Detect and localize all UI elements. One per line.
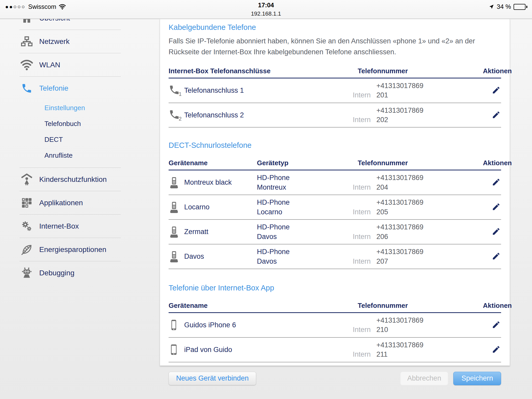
cancel-button[interactable]: Abbrechen xyxy=(400,372,448,385)
app-table-header: Gerätename Telefonnummer Aktionen xyxy=(169,302,501,313)
device-name: Zermatt xyxy=(183,228,257,236)
sidebar-item-internet-box[interactable]: Internet-Box xyxy=(19,215,121,238)
sidebar-item-einstellungen[interactable]: Einstellungen xyxy=(44,100,121,116)
sidebar-item-telefonie[interactable]: Telefonie xyxy=(19,77,121,100)
column-header-telefonnummer: Telefonnummer xyxy=(337,159,483,167)
gears-icon xyxy=(19,220,34,232)
wired-table-header: Internet-Box Telefonanschlüsse Telefonnu… xyxy=(169,67,501,78)
column-header-aktionen: Aktionen xyxy=(483,67,501,75)
network-icon xyxy=(19,36,34,48)
handset-1-icon: 1 xyxy=(169,84,183,97)
device-type: HD-Phone Montreux xyxy=(257,173,309,192)
tablet-icon xyxy=(169,344,183,356)
apps-grid-icon xyxy=(19,197,34,209)
table-row: iPad von Guido +41313017869 Intern 211 xyxy=(169,338,501,362)
connect-new-device-button[interactable]: Neues Gerät verbinden xyxy=(169,372,256,385)
edit-button[interactable] xyxy=(491,110,501,121)
table-row: Montreux black HD-Phone Montreux +413130… xyxy=(169,170,501,195)
battery-nub xyxy=(526,6,527,8)
save-button[interactable]: Speichern xyxy=(453,372,501,385)
phone-number-cell: +41313017869 Intern 207 xyxy=(337,247,483,266)
device-type: HD-Phone Davos xyxy=(257,247,309,266)
device-name: Davos xyxy=(183,252,257,261)
section-title-wired: Kabelgebundene Telefone xyxy=(169,23,501,32)
device-type: HD-Phone Davos xyxy=(257,222,309,241)
edit-button[interactable] xyxy=(491,251,501,262)
edit-button[interactable] xyxy=(491,202,501,212)
column-header-geraetename: Gerätename xyxy=(169,159,257,167)
device-type: HD-Phone Locarno xyxy=(257,198,309,217)
child-protection-icon xyxy=(19,173,34,186)
dect-phone-icon xyxy=(169,201,183,213)
url-label: 192.168.1.1 xyxy=(0,10,532,17)
clock: 17:04 xyxy=(0,2,532,9)
phone-number-cell: +41313017869 Intern 206 xyxy=(337,222,483,241)
table-row: 2 Telefonanschluss 2 +41313017869 Intern… xyxy=(169,103,501,128)
handset-2-icon: 2 xyxy=(169,109,183,121)
table-row: Guidos iPhone 6 +41313017869 Intern 210 xyxy=(169,313,501,338)
sidebar-item-dect[interactable]: DECT xyxy=(44,132,121,148)
edit-button[interactable] xyxy=(491,227,501,237)
dect-phone-icon xyxy=(169,177,183,189)
edit-button[interactable] xyxy=(491,344,501,355)
dect-phone-icon xyxy=(169,226,183,238)
phone-number-cell: +41313017869 Intern 201 xyxy=(337,81,483,100)
table-row: 1 Telefonanschluss 1 +41313017869 Intern… xyxy=(169,78,501,103)
sidebar-item-anrufliste[interactable]: Anrufliste xyxy=(44,148,121,163)
sidebar-item-debugging[interactable]: Debugging xyxy=(19,261,121,285)
edit-button[interactable] xyxy=(491,85,501,96)
section-title-dect: DECT-Schnurlostelefone xyxy=(169,141,501,150)
sidebar-item-netzwerk[interactable]: Netzwerk xyxy=(19,30,121,53)
column-header-telefonnummer: Telefonnummer xyxy=(337,67,483,75)
location-arrow-icon xyxy=(489,4,494,9)
section-title-app: Telefonie über Internet-Box App xyxy=(169,284,501,292)
column-header-aktionen: Aktionen xyxy=(483,159,501,167)
battery-percent: 34 % xyxy=(497,3,511,10)
robot-icon xyxy=(19,267,34,279)
sidebar-item-energiesparoptionen[interactable]: Energiesparoptionen xyxy=(19,238,121,261)
edit-button[interactable] xyxy=(491,320,501,330)
phone-number-cell: +41313017869 Intern 210 xyxy=(337,316,483,335)
device-name: Locarno xyxy=(183,203,257,211)
table-row: Locarno HD-Phone Locarno +41313017869 In… xyxy=(169,195,501,220)
column-header-aktionen: Aktionen xyxy=(483,302,501,310)
phone-number-cell: +41313017869 Intern 202 xyxy=(337,106,483,125)
table-row: Davos HD-Phone Davos +41313017869 Intern… xyxy=(169,244,501,269)
sidebar-item-applikationen[interactable]: Applikationen xyxy=(19,191,121,215)
dect-phone-icon xyxy=(169,251,183,263)
column-header-anschluesse: Internet-Box Telefonanschlüsse xyxy=(169,67,337,75)
sidebar-group-telefonie: Telefonie Einstellungen Telefonbuch DECT… xyxy=(19,77,121,168)
leaf-icon xyxy=(19,244,34,256)
device-name: Telefonanschluss 2 xyxy=(183,111,337,119)
sidebar-item-wlan[interactable]: WLAN xyxy=(19,53,121,77)
wifi-icon xyxy=(19,59,34,71)
edit-button[interactable] xyxy=(491,177,501,188)
status-bar: ●●○○○ Swisscom 17:04 192.168.1.1 34 % xyxy=(0,0,532,19)
phone-number-cell: +41313017869 Intern 204 xyxy=(337,173,483,192)
phone-number-cell: +41313017869 Intern 205 xyxy=(337,198,483,217)
column-header-geraetetyp: Gerätetyp xyxy=(257,159,337,167)
column-header-telefonnummer: Telefonnummer xyxy=(337,302,483,310)
phone-number-cell: +41313017869 Intern 211 xyxy=(337,340,483,359)
wired-description: Falls Sie IP-Telefonie abonniert haben, … xyxy=(169,36,501,58)
column-header-geraetename: Gerätename xyxy=(169,302,337,310)
main-content-panel: Kabelgebundene Telefone Falls Sie IP-Tel… xyxy=(160,19,510,366)
device-name: Montreux black xyxy=(183,178,257,187)
telefonie-subnav: Einstellungen Telefonbuch DECT Anruflist… xyxy=(19,100,121,168)
device-name: Guidos iPhone 6 xyxy=(183,321,337,329)
battery-icon xyxy=(514,4,526,10)
sidebar: Übersicht Netzwerk WLAN xyxy=(19,6,121,285)
device-name: iPad von Guido xyxy=(183,346,337,354)
sidebar-item-kinderschutzfunktion[interactable]: Kinderschutzfunktion xyxy=(19,168,121,191)
table-row: Zermatt HD-Phone Davos +41313017869 Inte… xyxy=(169,220,501,244)
phone-icon xyxy=(19,83,34,94)
dect-table-header: Gerätename Gerätetyp Telefonnummer Aktio… xyxy=(169,159,501,170)
device-name: Telefonanschluss 1 xyxy=(183,87,337,95)
button-row: Neues Gerät verbinden Abbrechen Speicher… xyxy=(169,372,501,385)
smartphone-icon xyxy=(169,319,183,331)
sidebar-item-telefonbuch[interactable]: Telefonbuch xyxy=(44,116,121,132)
